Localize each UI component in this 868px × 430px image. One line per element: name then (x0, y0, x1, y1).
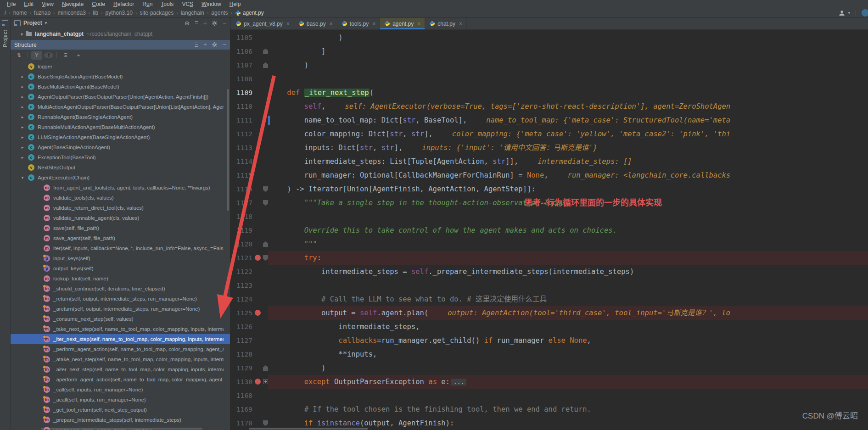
code-line[interactable]: 1124 # Call the LLM to see what to do. #… (230, 292, 868, 306)
code-line[interactable]: 1123 (230, 279, 868, 292)
structure-item[interactable]: pinput_keys(self) (11, 253, 230, 263)
fold-marker[interactable] (262, 58, 270, 72)
breadcrumb-item[interactable]: fuzhao (33, 10, 51, 16)
fold-marker[interactable] (262, 416, 270, 430)
breadcrumb-item[interactable]: python3.10 (105, 10, 134, 16)
project-tool-window-tab[interactable]: Project (2, 30, 8, 47)
breadcrumb-item[interactable]: agent.py (234, 10, 265, 16)
menu-item-navigate[interactable]: Navigate (58, 1, 88, 7)
settings-gear-icon[interactable] (212, 42, 218, 48)
breadcrumb-item[interactable]: agents (210, 10, 229, 16)
chevron-collapsed-icon[interactable]: ▸ (19, 105, 26, 109)
structure-item[interactable]: msave_agent(self, file_path) (11, 233, 230, 243)
code-line[interactable]: 1168 (230, 389, 868, 402)
code-line[interactable]: 1111 name_to_tool_map: Dict[str, BaseToo… (230, 113, 868, 127)
structure-item[interactable]: ▸cMultiActionAgentOutputParser(BaseOutpu… (11, 102, 230, 112)
structure-item[interactable]: vlogger (11, 61, 230, 72)
line-number[interactable]: 1170 (230, 416, 254, 430)
structure-item[interactable]: m_atake_next_step(self, name_to_tool_map… (11, 354, 230, 364)
line-number[interactable]: 1107 (230, 58, 254, 72)
structure-tree[interactable]: vlogger▸cBaseSingleActionAgent(BaseModel… (11, 61, 230, 430)
line-number[interactable]: 1125 (230, 306, 254, 320)
structure-item[interactable]: m_iter_next_step(self, name_to_tool_map,… (11, 334, 230, 344)
code-line[interactable]: 1110 self,self: AgentExecutor(verbose=Tr… (230, 100, 868, 113)
locate-file-icon[interactable]: ⊕ (185, 20, 190, 26)
breakpoint-gutter[interactable] (254, 251, 262, 265)
structure-item[interactable]: mvalidate_return_direct_tool(cls, values… (11, 203, 230, 213)
chevron-collapsed-icon[interactable]: ▸ (19, 145, 26, 150)
fold-marker[interactable] (262, 237, 270, 251)
clipped-avatar-icon[interactable] (862, 9, 868, 17)
structure-item[interactable]: m_areturn(self, output, intermediate_ste… (11, 304, 230, 314)
fold-marker[interactable]: + (262, 375, 270, 389)
line-number[interactable]: 1109 (230, 86, 254, 100)
line-number[interactable]: 1121 (230, 251, 254, 265)
structure-item[interactable]: ▸cBaseSingleActionAgent(BaseModel) (11, 72, 230, 82)
close-tab-icon[interactable]: × (330, 21, 333, 27)
breadcrumb-item[interactable]: miniconda3 (56, 10, 86, 16)
line-number[interactable]: 1168 (230, 389, 254, 402)
chevron-collapsed-icon[interactable]: ▸ (19, 84, 26, 89)
line-number[interactable]: 1106 (230, 45, 254, 58)
line-number[interactable]: 1117 (230, 196, 254, 210)
menu-item-window[interactable]: Window (197, 1, 225, 7)
structure-item[interactable]: ▾cAgentExecutor(Chain) (11, 173, 230, 183)
code-line[interactable]: 1128 **inputs, (230, 347, 868, 361)
structure-item[interactable]: mvalidate_tools(cls, values) (11, 193, 230, 203)
project-panel-header[interactable]: Project ▾ ⊕Ξ÷− (11, 18, 230, 28)
menu-item-view[interactable]: View (38, 1, 58, 7)
structure-item[interactable]: mfrom_agent_and_tools(cls, agent, tools,… (11, 183, 230, 193)
breakpoint-icon[interactable] (255, 379, 261, 385)
code-line[interactable]: 1130+ except OutputParserException as e:… (230, 375, 868, 389)
line-number[interactable]: 1169 (230, 402, 254, 416)
line-number[interactable]: 1110 (230, 100, 254, 113)
structure-item[interactable]: ▸cRunnableMultiActionAgent(BaseMultiActi… (11, 122, 230, 132)
code-line[interactable]: 1117 """Take a single step in the though… (230, 196, 868, 210)
chevron-collapsed-icon[interactable]: ▸ (19, 125, 26, 129)
line-number[interactable]: 1120 (230, 237, 254, 251)
user-account-icon[interactable] (839, 10, 845, 16)
hide-panel-icon[interactable]: − (223, 20, 226, 26)
show-fields-icon[interactable]: f (44, 52, 53, 58)
structure-item[interactable]: ▸cAgent(BaseSingleActionAgent) (11, 142, 230, 152)
code-line[interactable]: 1109 def _iter_next_step( (230, 86, 868, 100)
line-number[interactable]: 1115 (230, 168, 254, 182)
code-line[interactable]: 1118 (230, 210, 868, 223)
structure-item[interactable]: miter(self, inputs, callbacks=None, *, i… (11, 243, 230, 253)
structure-item[interactable]: ▸cRunnableAgent(BaseSingleActionAgent) (11, 112, 230, 122)
structure-item[interactable]: m_take_next_step(self, name_to_tool_map,… (11, 324, 230, 334)
code-line[interactable]: 1119 Override this to take control of ho… (230, 223, 868, 237)
line-number[interactable]: 1105 (230, 31, 254, 45)
line-number[interactable]: 1118 (230, 210, 254, 223)
breakpoint-icon[interactable] (255, 310, 261, 316)
breadcrumb-item[interactable]: home (12, 10, 28, 16)
chevron-collapsed-icon[interactable]: ▸ (19, 95, 26, 99)
expand-all-icon[interactable]: Ξ (195, 20, 198, 26)
project-root-row[interactable]: ▾ langchain_chatgpt ~/codes/langchain_ch… (11, 28, 230, 40)
structure-item[interactable]: m_get_tool_return(self, next_step_output… (11, 405, 230, 415)
close-tab-icon[interactable]: × (417, 21, 420, 27)
line-number[interactable]: 1112 (230, 127, 254, 141)
editor[interactable]: px_agent_v8.py×base.py×tools.py×agent.py… (230, 18, 868, 430)
line-number[interactable]: 1116 (230, 182, 254, 196)
close-tab-icon[interactable]: × (286, 21, 290, 27)
code-line[interactable]: 1122 intermediate_steps = self._prepare_… (230, 265, 868, 279)
line-number[interactable]: 1122 (230, 265, 254, 279)
line-number[interactable]: 1119 (230, 223, 254, 237)
code-line[interactable]: 1125 output = self.agent.plan(output: Ag… (230, 306, 868, 320)
structure-item[interactable]: vNextStepOutput (11, 162, 230, 173)
menu-item-tools[interactable]: Tools (157, 1, 178, 7)
close-tab-icon[interactable]: × (372, 21, 375, 27)
code-line[interactable]: 1170 if isinstance(output, AgentFinish): (230, 416, 868, 430)
fold-marker[interactable] (262, 182, 270, 196)
chevron-collapsed-icon[interactable]: ▸ (19, 74, 26, 79)
menu-item-help[interactable]: Help (225, 1, 245, 7)
breadcrumb-item[interactable]: / (4, 10, 7, 16)
line-number[interactable]: 1123 (230, 279, 254, 292)
menu-item-edit[interactable]: Edit (20, 1, 38, 7)
code-line[interactable]: 1126 intermediate_steps, (230, 320, 868, 334)
structure-item[interactable]: m_return(self, output, intermediate_step… (11, 294, 230, 304)
code-line[interactable]: 1114 intermediate_steps: List[Tuple[Agen… (230, 155, 868, 168)
code-line[interactable]: 1169 # If the tool chosen is the finishi… (230, 402, 868, 416)
line-number[interactable]: 1111 (230, 113, 254, 127)
